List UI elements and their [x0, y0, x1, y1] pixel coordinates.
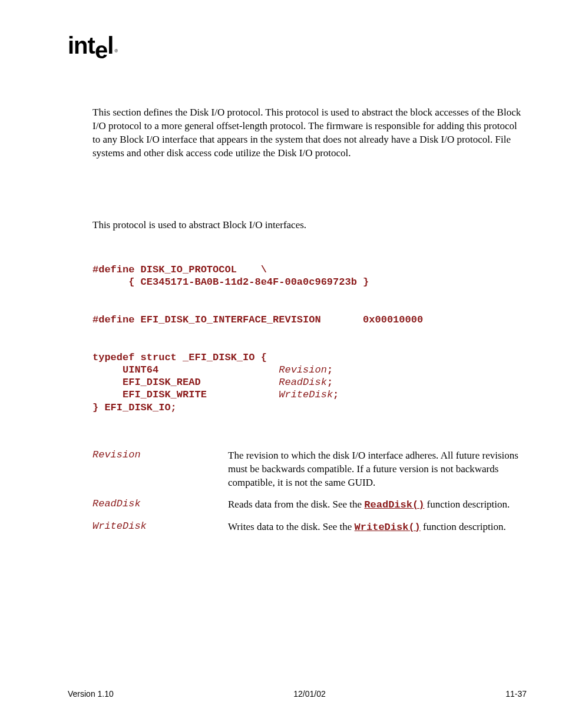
param-name: WriteDisk	[92, 521, 228, 535]
readdisk-link[interactable]: ReadDisk()	[364, 499, 424, 510]
code-line: typedef struct _EFI_DISK_IO {	[92, 352, 267, 363]
param-desc-text: Reads data from the disk. See the	[228, 499, 364, 510]
param-desc-text: Writes data to the disk. See the	[228, 521, 355, 532]
code-semi: ;	[327, 377, 333, 388]
param-desc-text: function description.	[421, 521, 506, 532]
param-desc: Writes data to the disk. See the WriteDi…	[228, 521, 527, 535]
param-row-writedisk: WriteDisk Writes data to the disk. See t…	[92, 521, 527, 535]
param-desc: The revision to which the disk I/O inter…	[228, 449, 527, 490]
intro-paragraph: This section defines the Disk I/O protoc…	[92, 106, 527, 160]
footer-date: 12/01/02	[293, 689, 326, 699]
param-name: ReadDisk	[92, 498, 228, 512]
sub-paragraph: This protocol is used to abstract Block …	[92, 219, 527, 231]
code-line: #define DISK_IO_PROTOCOL \	[92, 264, 267, 275]
param-row-revision: Revision The revision to which the disk …	[92, 449, 527, 490]
code-block: #define DISK_IO_PROTOCOL \ { CE345171-BA…	[92, 263, 527, 414]
param-desc: Reads data from the disk. See the ReadDi…	[228, 498, 527, 512]
code-line: EFI_DISK_WRITE	[92, 389, 279, 400]
code-line: #define EFI_DISK_IO_INTERFACE_REVISION 0…	[92, 314, 423, 325]
param-row-readdisk: ReadDisk Reads data from the disk. See t…	[92, 498, 527, 512]
footer-version: Version 1.10	[68, 689, 114, 699]
code-line: } EFI_DISK_IO;	[92, 402, 177, 413]
code-param: Revision	[279, 364, 327, 375]
page-footer: Version 1.10 12/01/02 11-37	[68, 689, 527, 699]
code-param: ReadDisk	[279, 377, 327, 388]
code-line: { CE345171-BA0B-11d2-8e4F-00a0c969723b }	[92, 276, 369, 288]
writedisk-link[interactable]: WriteDisk()	[355, 522, 421, 533]
code-semi: ;	[327, 364, 333, 375]
parameters-section: Revision The revision to which the disk …	[92, 449, 527, 535]
intel-logo: intel®	[68, 32, 116, 59]
code-line: EFI_DISK_READ	[92, 377, 279, 388]
param-desc-text: function description.	[424, 499, 510, 510]
code-line: UINT64	[92, 364, 279, 375]
code-param: WriteDisk	[279, 389, 333, 400]
footer-page-number: 11-37	[505, 689, 527, 699]
param-name: Revision	[92, 449, 228, 490]
code-semi: ;	[333, 389, 339, 400]
